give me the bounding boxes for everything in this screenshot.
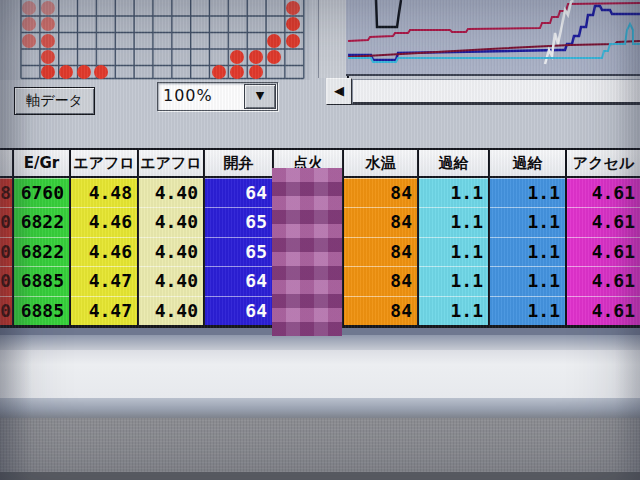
app-window: ◀ 軸データ 100% ▼ E/Grエアフロエアフロ開弁点火水温過給過給アクセル… [0, 0, 640, 330]
trace-dot [41, 65, 55, 79]
table-header-cell[interactable]: 過給 [417, 148, 488, 178]
table-cell-partial[interactable]: 0 [0, 207, 12, 236]
trace-dot [230, 65, 244, 79]
table-cell-partial[interactable]: 0 [0, 237, 12, 266]
table-cell[interactable]: 1.1 [488, 237, 565, 266]
cyan-trace [348, 24, 640, 62]
trace-dot [249, 65, 263, 79]
table-cell[interactable]: 6822 [12, 207, 69, 236]
table-cell[interactable]: 84 [342, 296, 417, 325]
strip-chart [346, 0, 640, 76]
table-cell[interactable]: 4.40 [137, 266, 203, 295]
table-cell[interactable]: 4.46 [69, 207, 137, 236]
table-cell[interactable]: 6885 [12, 266, 69, 295]
trace-dot [286, 17, 300, 31]
trace-dot [77, 65, 91, 79]
table-cell[interactable]: 1.1 [417, 207, 488, 236]
trace-dot [212, 65, 226, 79]
trace-dot [286, 34, 300, 48]
table-cell[interactable]: 4.61 [565, 178, 640, 207]
table-cell[interactable]: 1.1 [417, 178, 488, 207]
table-cell[interactable]: 4.40 [137, 207, 203, 236]
table-cell[interactable]: 1.1 [488, 207, 565, 236]
crimson-trace [348, 3, 640, 41]
navy-trace [348, 6, 640, 60]
zoom-combobox[interactable]: 100% ▼ [157, 82, 278, 111]
table-cell[interactable]: 1.1 [488, 266, 565, 295]
trace-dot [59, 65, 73, 79]
table-cell[interactable]: 64 [203, 178, 272, 207]
table-cell[interactable]: 1.1 [488, 178, 565, 207]
left-arrow-icon: ◀ [334, 83, 344, 98]
table-cell[interactable]: 64 [203, 266, 272, 295]
table-header-cell[interactable]: アクセル [565, 148, 640, 178]
trace-dot [286, 1, 300, 15]
trace-dot [41, 50, 55, 64]
table-cell[interactable]: 64 [203, 296, 272, 325]
trace-dot [41, 17, 55, 31]
table-header-cell[interactable] [0, 148, 12, 178]
table-cell[interactable]: 4.46 [69, 237, 137, 266]
table-cell[interactable]: 4.40 [137, 178, 203, 207]
table-cell[interactable]: 6885 [12, 296, 69, 325]
table-cell-partial[interactable]: 8 [0, 178, 12, 207]
table-cell[interactable]: 6760 [12, 178, 69, 207]
white-trace [545, 0, 573, 64]
scroll-left-button[interactable]: ◀ [326, 78, 352, 105]
map-grid-canvas [0, 0, 310, 80]
trace-dot [41, 1, 55, 15]
table-cell-partial[interactable]: 0 [0, 266, 12, 295]
maroon-trace [348, 41, 640, 57]
desk-surface [0, 418, 640, 472]
pane-splitter[interactable] [318, 0, 349, 78]
table-cell[interactable]: 6822 [12, 237, 69, 266]
table-cell[interactable]: 4.61 [565, 266, 640, 295]
map-trace-grid[interactable] [0, 0, 310, 80]
censored-region [272, 168, 342, 336]
window-lower-frame [0, 335, 640, 350]
trace-dot [22, 1, 36, 15]
trace-dot [249, 50, 263, 64]
photographed-screen: ◀ 軸データ 100% ▼ E/Grエアフロエアフロ開弁点火水温過給過給アクセル… [0, 0, 640, 480]
table-cell[interactable]: 4.47 [69, 266, 137, 295]
zoom-value-field[interactable]: 100% [163, 83, 213, 108]
table-cell[interactable]: 4.47 [69, 296, 137, 325]
trace-dot [267, 50, 281, 64]
trace-dot [267, 34, 281, 48]
table-cell[interactable]: 84 [342, 207, 417, 236]
monitor-edge [0, 398, 640, 418]
table-header-cell[interactable]: E/Gr [12, 148, 69, 178]
table-cell[interactable]: 4.40 [137, 237, 203, 266]
table-cell[interactable]: 4.61 [565, 207, 640, 236]
strip-chart-canvas [346, 0, 640, 74]
chart-scrollbar: ◀ [326, 77, 640, 104]
table-cell[interactable]: 1.1 [417, 296, 488, 325]
table-header-cell[interactable]: 過給 [488, 148, 565, 178]
trace-dot [230, 50, 244, 64]
table-cell[interactable]: 84 [342, 178, 417, 207]
photo-bottom-shadow [0, 472, 640, 480]
screen-bottom-bezel [0, 350, 640, 398]
table-cell[interactable]: 65 [203, 207, 272, 236]
table-header-cell[interactable]: 水温 [342, 148, 417, 178]
trace-dot [94, 65, 108, 79]
table-cell[interactable]: 1.1 [488, 296, 565, 325]
table-cell[interactable]: 65 [203, 237, 272, 266]
zoom-dropdown-button[interactable]: ▼ [244, 84, 276, 109]
table-header-cell[interactable]: エアフロ [137, 148, 203, 178]
table-header-cell[interactable]: エアフロ [69, 148, 137, 178]
table-header-cell[interactable]: 開弁 [203, 148, 272, 178]
table-cell[interactable]: 4.61 [565, 237, 640, 266]
table-cell[interactable]: 4.40 [137, 296, 203, 325]
dropdown-arrow-icon: ▼ [256, 89, 264, 102]
table-cell-partial[interactable]: 0 [0, 296, 12, 325]
table-cell[interactable]: 4.48 [69, 178, 137, 207]
axis-data-button[interactable]: 軸データ [14, 87, 95, 115]
table-cell[interactable]: 4.61 [565, 296, 640, 325]
scrollbar-track[interactable] [352, 79, 640, 105]
table-cell[interactable]: 84 [342, 266, 417, 295]
table-cell[interactable]: 1.1 [417, 237, 488, 266]
table-cell[interactable]: 1.1 [417, 266, 488, 295]
trace-dot [22, 17, 36, 31]
table-cell[interactable]: 84 [342, 237, 417, 266]
